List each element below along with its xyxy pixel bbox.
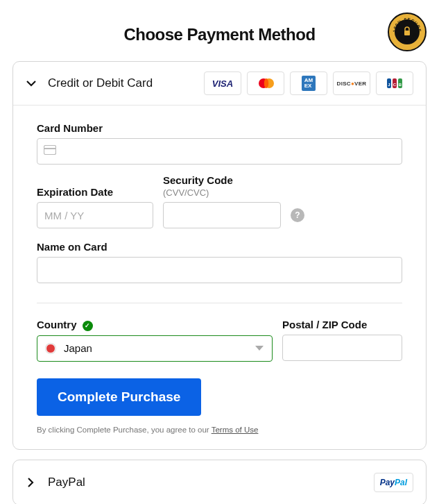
- card-brand-logos: VISA AMEX DISC●VER JCB: [204, 72, 413, 95]
- card-icon: [44, 145, 56, 158]
- security-code-help-icon[interactable]: ?: [291, 208, 304, 222]
- chevron-down-icon: [26, 78, 40, 89]
- security-code-input[interactable]: [163, 202, 281, 228]
- visa-logo: VISA: [204, 72, 241, 95]
- amex-logo: AMEX: [290, 72, 327, 95]
- svg-text:B: B: [399, 83, 402, 87]
- svg-text:J: J: [388, 83, 390, 87]
- paypal-panel[interactable]: PayPal PayPal: [12, 460, 427, 504]
- page-title: Choose Payment Method: [123, 25, 315, 44]
- postal-input[interactable]: [282, 335, 402, 361]
- dropdown-icon: [255, 346, 264, 351]
- chevron-right-icon: [26, 478, 40, 487]
- checkmark-icon: ✓: [83, 321, 93, 331]
- country-label: Country ✓: [37, 319, 273, 331]
- secure-shopping-badge: ★ 100% SECURE ★ SHOPPING: [388, 12, 427, 54]
- credit-card-panel-title: Credit or Debit Card: [48, 76, 204, 90]
- discover-logo: DISC●VER: [333, 72, 370, 95]
- name-on-card-label: Name on Card: [37, 241, 402, 253]
- form-divider: [37, 303, 402, 303]
- terms-of-use-link[interactable]: Terms of Use: [212, 426, 259, 434]
- credit-card-panel-header[interactable]: Credit or Debit Card VISA AMEX DISC●VER …: [13, 62, 426, 106]
- svg-rect-14: [44, 146, 56, 155]
- expiration-label: Expiration Date: [37, 186, 153, 198]
- japan-flag-icon: [46, 344, 55, 353]
- mastercard-logo: [247, 72, 284, 95]
- card-number-input[interactable]: [37, 138, 402, 165]
- paypal-panel-title: PayPal: [48, 476, 374, 489]
- complete-purchase-button[interactable]: Complete Purchase: [37, 378, 201, 416]
- terms-text: By clicking Complete Purchase, you agree…: [37, 426, 402, 434]
- svg-rect-15: [44, 148, 56, 149]
- jcb-logo: JCB: [376, 72, 413, 95]
- security-code-label: Security Code (CVV/CVC): [163, 174, 281, 198]
- credit-card-panel: Credit or Debit Card VISA AMEX DISC●VER …: [12, 61, 427, 450]
- credit-card-form: Card Number Expiration Date Security Cod…: [13, 106, 426, 449]
- svg-point-7: [264, 78, 268, 88]
- svg-text:C: C: [393, 83, 397, 87]
- page-header: Choose Payment Method ★ 100% SECURE ★ SH…: [12, 12, 427, 44]
- card-number-label: Card Number: [37, 122, 402, 134]
- svg-rect-2: [404, 31, 410, 35]
- name-on-card-input[interactable]: [37, 257, 402, 283]
- postal-label: Postal / ZIP Code: [282, 319, 402, 330]
- country-value: Japan: [64, 342, 255, 354]
- expiration-input[interactable]: [37, 202, 153, 228]
- paypal-logo: PayPal: [374, 473, 413, 492]
- country-select[interactable]: Japan: [37, 335, 273, 362]
